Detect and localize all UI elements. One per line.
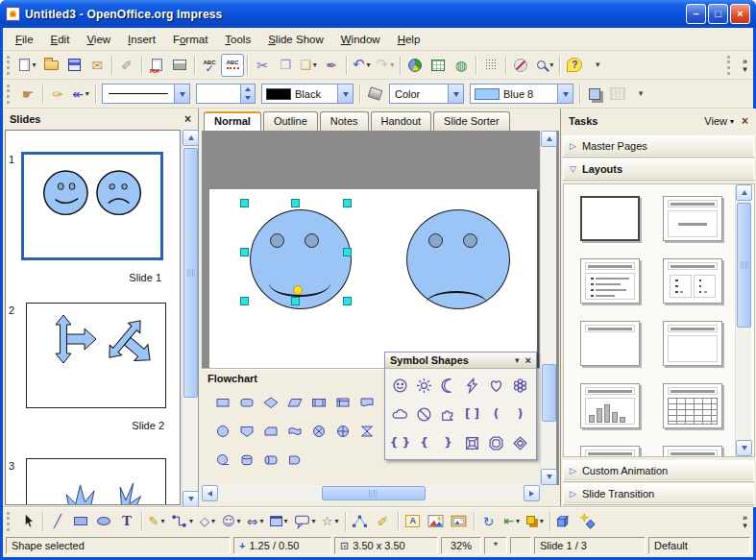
scroll-down-button[interactable] — [736, 440, 752, 456]
navigator-button[interactable] — [509, 54, 532, 77]
flowchart-document[interactable] — [355, 391, 378, 413]
selection-handle[interactable] — [291, 297, 300, 305]
cut-button[interactable]: ✂ — [251, 54, 274, 77]
scrollbar-thumb[interactable] — [737, 203, 751, 328]
symbol-sun[interactable] — [412, 371, 436, 400]
symbol-left-parenthesis[interactable]: ( — [484, 400, 508, 428]
edit-file-button[interactable]: ✐ — [115, 54, 138, 77]
flowchart-or[interactable] — [331, 420, 354, 442]
ellipse-button[interactable] — [92, 510, 115, 533]
layout-title-only[interactable] — [580, 321, 640, 366]
toolbar-options-button[interactable]: ▾ — [586, 54, 609, 77]
symbol-right-parenthesis[interactable]: ) — [508, 400, 532, 428]
line-button[interactable]: ✑ — [46, 83, 69, 106]
maximize-button[interactable]: □ — [708, 4, 728, 24]
layout-title-chart[interactable] — [580, 383, 640, 428]
dropdown-arrow-icon[interactable]: ▾ — [211, 517, 215, 525]
insert-table-button[interactable] — [427, 54, 450, 77]
line-button[interactable]: ╱ — [46, 510, 69, 533]
symbol-moon[interactable] — [436, 371, 460, 400]
layout-title-subtitle[interactable] — [663, 196, 722, 241]
alignment-button[interactable]: ⇤▾ — [500, 510, 524, 533]
selection-handle[interactable] — [343, 248, 352, 256]
fill-color-select[interactable]: Blue 8 — [470, 84, 573, 104]
menu-view[interactable]: View — [78, 31, 119, 48]
dropdown-arrow-icon[interactable]: ▾ — [32, 61, 36, 69]
symbol-flower[interactable] — [508, 371, 532, 400]
dropdown-arrow-icon[interactable]: ▾ — [334, 517, 338, 525]
line-color-select[interactable]: Black — [261, 84, 354, 104]
dropdown-button[interactable] — [448, 85, 463, 103]
print-button[interactable] — [168, 54, 191, 77]
dropdown-button[interactable] — [557, 85, 573, 103]
symbol-right-brace[interactable]: } — [436, 428, 460, 457]
flowchart-process[interactable] — [211, 391, 233, 413]
rectangle-button[interactable] — [69, 510, 92, 533]
points-button[interactable] — [349, 510, 372, 533]
layout-title-content-3[interactable] — [663, 446, 722, 457]
extrusion-on-off-button[interactable] — [553, 510, 576, 533]
selection-handle[interactable] — [343, 297, 352, 305]
block-arrows-button[interactable]: ⇔▾ — [244, 510, 267, 533]
dropdown-arrow-icon[interactable]: ▾ — [312, 517, 316, 525]
layout-title-content[interactable] — [663, 321, 722, 366]
open-document-button[interactable] — [39, 54, 62, 77]
flowchart-collate[interactable] — [355, 420, 378, 442]
symbol-left-brace[interactable]: { — [412, 428, 436, 457]
menu-file[interactable]: File — [7, 31, 42, 48]
view-menu[interactable]: View — [704, 115, 727, 127]
section-custom-animation[interactable]: ▷ Custom Animation — [563, 460, 754, 481]
close-icon[interactable]: × — [184, 112, 191, 126]
selection-handle[interactable] — [291, 199, 300, 207]
flowchart-data[interactable] — [283, 391, 305, 413]
flowchart-card[interactable] — [259, 420, 281, 442]
layouts-scrollbar[interactable] — [735, 184, 751, 456]
symbol-shapes-button[interactable]: ☺▾ — [219, 510, 244, 533]
flowchart-sequential-access[interactable] — [211, 449, 233, 471]
selection-handle[interactable] — [240, 297, 249, 305]
slide-thumbnail-2[interactable] — [26, 303, 166, 408]
tab-outline[interactable]: Outline — [263, 111, 318, 131]
selection-handle[interactable] — [240, 248, 249, 256]
flowchart-direct-access-storage[interactable] — [259, 449, 281, 471]
symbol-square-bevel[interactable] — [460, 428, 484, 457]
dropdown-arrow-icon[interactable]: ▾ — [284, 517, 288, 525]
toolbar-options-button[interactable]: ▾ — [629, 83, 652, 106]
scrollbar-thumb[interactable] — [322, 486, 426, 500]
symbol-octagon-bevel[interactable] — [484, 428, 508, 457]
stars-button[interactable]: ☆▾ — [319, 510, 342, 533]
spellcheck-button[interactable]: ABC — [198, 54, 221, 77]
copy-button[interactable]: ❐ — [274, 54, 297, 77]
dropdown-arrow-icon[interactable]: ▾ — [189, 517, 193, 525]
flowchart-summing-junction[interactable] — [307, 420, 329, 442]
symbol-double-brace[interactable]: { } — [388, 428, 412, 457]
dropdown-arrow-icon[interactable]: ▾ — [540, 517, 544, 525]
toolbar-grip[interactable] — [7, 85, 13, 104]
symbol-prohibited[interactable] — [412, 400, 436, 428]
display-grid-button[interactable] — [479, 54, 502, 77]
flowchart-magnetic-disc[interactable] — [235, 449, 257, 471]
scrollbar-thumb[interactable] — [542, 364, 556, 422]
line-width-spinner[interactable] — [196, 84, 256, 104]
minimize-button[interactable]: – — [686, 4, 706, 24]
close-icon[interactable]: × — [525, 354, 531, 366]
palette-menu-icon[interactable]: ▾ — [515, 355, 520, 365]
undo-button[interactable]: ↶▾ — [350, 54, 374, 77]
symbol-lightning-bolt[interactable] — [460, 371, 484, 400]
menu-format[interactable]: Format — [164, 31, 216, 48]
chevron-down-icon[interactable]: ▾ — [743, 65, 747, 73]
close-button[interactable]: × — [730, 4, 750, 24]
scroll-up-button[interactable] — [183, 130, 199, 146]
curve-button[interactable]: ✎▾ — [145, 510, 168, 533]
callouts-button[interactable]: ▾ — [291, 510, 319, 533]
chevron-down-icon[interactable]: ▾ — [730, 117, 734, 126]
scroll-left-button[interactable] — [202, 485, 218, 501]
glue-points-button[interactable]: ✐ — [372, 510, 395, 533]
section-layouts[interactable]: ▽ Layouts — [563, 158, 754, 180]
chevron-down-icon[interactable]: ▾ — [743, 522, 747, 529]
auto-spellcheck-button[interactable]: ABC — [221, 54, 244, 77]
selection-handle[interactable] — [343, 199, 352, 207]
section-master-pages[interactable]: ▷ Master Pages — [563, 135, 754, 157]
layout-blank[interactable] — [580, 196, 640, 241]
arrow-style-button[interactable]: ↞▾ — [69, 83, 92, 106]
